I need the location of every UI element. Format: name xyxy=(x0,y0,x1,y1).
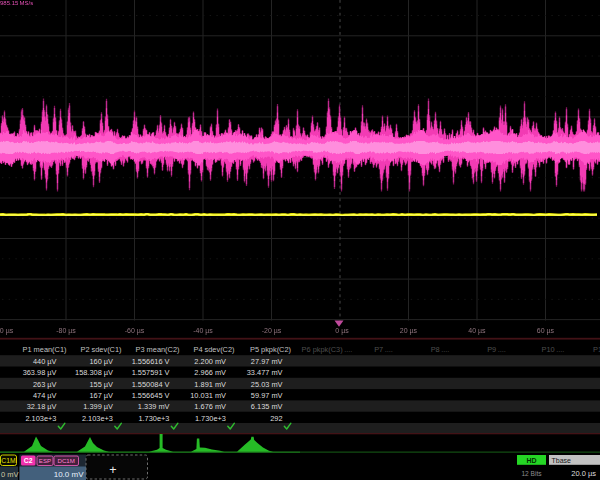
svg-text:-100 µs: -100 µs xyxy=(0,327,14,335)
svg-text:1.550084 V: 1.550084 V xyxy=(132,380,170,389)
svg-text:C1M: C1M xyxy=(1,457,16,464)
svg-text:P8 ....: P8 .... xyxy=(431,345,450,354)
svg-text:1.556645 V: 1.556645 V xyxy=(132,391,170,400)
svg-text:155 µV: 155 µV xyxy=(89,380,113,389)
svg-text:1.556616 V: 1.556616 V xyxy=(132,357,170,366)
svg-text:DC1M: DC1M xyxy=(57,457,75,464)
svg-text:Tbase: Tbase xyxy=(552,457,572,464)
svg-text:1.557591 V: 1.557591 V xyxy=(132,368,170,377)
svg-text:1.399 µV: 1.399 µV xyxy=(83,402,113,411)
svg-text:P7 ....: P7 .... xyxy=(374,345,393,354)
svg-text:-40 µs: -40 µs xyxy=(193,327,213,335)
svg-text:-80 µs: -80 µs xyxy=(56,327,76,335)
svg-text:P10 ....: P10 .... xyxy=(542,345,565,354)
svg-text:ESP: ESP xyxy=(39,457,51,464)
svg-text:474 µV: 474 µV xyxy=(33,391,57,400)
svg-text:P3 mean(C2): P3 mean(C2) xyxy=(136,345,180,354)
svg-text:363.98 µV: 363.98 µV xyxy=(23,368,57,377)
svg-text:2.103e+3: 2.103e+3 xyxy=(25,414,56,423)
svg-text:C2: C2 xyxy=(24,457,33,464)
svg-text:20 µs: 20 µs xyxy=(400,327,418,335)
svg-text:1.730e+3: 1.730e+3 xyxy=(138,414,169,423)
svg-text:P5 pkpk(C2): P5 pkpk(C2) xyxy=(250,345,291,354)
svg-text:985.15 MS/s: 985.15 MS/s xyxy=(0,0,33,6)
svg-text:40 µs: 40 µs xyxy=(468,327,486,335)
svg-text:292: 292 xyxy=(270,414,282,423)
svg-text:33.477 mV: 33.477 mV xyxy=(247,368,283,377)
svg-text:158.308 µV: 158.308 µV xyxy=(75,368,113,377)
svg-text:P6 pkpk(C3) ....: P6 pkpk(C3) .... xyxy=(302,345,353,354)
svg-text:1.730e+3: 1.730e+3 xyxy=(195,414,226,423)
svg-text:12 Bits: 12 Bits xyxy=(521,470,542,477)
svg-text:60 µs: 60 µs xyxy=(537,327,555,335)
svg-text:25.03 mV: 25.03 mV xyxy=(251,380,283,389)
svg-text:-60 µs: -60 µs xyxy=(125,327,145,335)
svg-text:1.891 mV: 1.891 mV xyxy=(194,380,226,389)
svg-text:HD: HD xyxy=(526,457,536,464)
svg-text:0 mV: 0 mV xyxy=(1,470,19,479)
svg-text:263 µV: 263 µV xyxy=(33,380,57,389)
svg-text:-20 µs: -20 µs xyxy=(262,327,282,335)
svg-text:6.135 mV: 6.135 mV xyxy=(251,402,283,411)
svg-text:1.676 mV: 1.676 mV xyxy=(194,402,226,411)
svg-text:P1 mean(C1): P1 mean(C1) xyxy=(23,345,67,354)
svg-text:P11 ....: P11 .... xyxy=(593,345,600,354)
svg-text:59.97 mV: 59.97 mV xyxy=(251,391,283,400)
svg-text:10.0 mV: 10.0 mV xyxy=(54,470,84,479)
svg-text:440 µV: 440 µV xyxy=(33,357,57,366)
svg-text:2.966 mV: 2.966 mV xyxy=(194,368,226,377)
svg-text:2.200 mV: 2.200 mV xyxy=(194,357,226,366)
svg-text:0 µs: 0 µs xyxy=(335,327,349,335)
svg-text:P4 sdev(C2): P4 sdev(C2) xyxy=(193,345,234,354)
svg-text:20.0 µs: 20.0 µs xyxy=(571,469,596,478)
svg-text:2.103e+3: 2.103e+3 xyxy=(82,414,113,423)
svg-text:+: + xyxy=(109,463,116,477)
svg-text:160 µV: 160 µV xyxy=(89,357,113,366)
svg-text:10.031 mV: 10.031 mV xyxy=(190,391,226,400)
svg-text:1.339 mV: 1.339 mV xyxy=(138,402,170,411)
svg-text:P9 ....: P9 .... xyxy=(487,345,506,354)
svg-text:167 µV: 167 µV xyxy=(89,391,113,400)
svg-text:27.97 mV: 27.97 mV xyxy=(251,357,283,366)
svg-text:32.18 µV: 32.18 µV xyxy=(27,402,57,411)
svg-text:P2 sdev(C1): P2 sdev(C1) xyxy=(80,345,121,354)
